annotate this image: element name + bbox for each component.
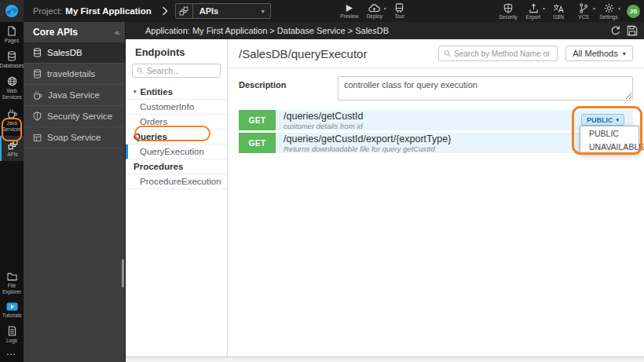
deploy-button[interactable]: Deploy ▾: [362, 0, 387, 22]
tour-button[interactable]: Tour: [387, 0, 412, 22]
caret-down-icon: ▾: [262, 8, 270, 15]
globe-icon: [7, 76, 17, 86]
user-avatar[interactable]: JS: [627, 5, 640, 18]
vcs-button[interactable]: VCS ▾: [571, 0, 596, 22]
i18n-button[interactable]: I18N: [546, 0, 571, 22]
rail-item-web-services[interactable]: Web Services: [0, 72, 24, 104]
endpoints-group-queries[interactable]: Queries: [126, 130, 227, 144]
core-apis-header: Core APIs «: [24, 22, 125, 42]
group-label: Procedures: [134, 162, 183, 171]
search-icon: [137, 67, 144, 75]
method-filter-dropdown[interactable]: All Methods ▾: [565, 46, 633, 61]
core-api-item-security-service[interactable]: Security Service: [24, 106, 125, 127]
access-level-dropdown[interactable]: PUBLIC ▾: [581, 114, 624, 126]
api-summary: customer details from id: [284, 122, 363, 130]
core-api-label: Java Service: [48, 90, 100, 100]
core-api-item-traveldetails[interactable]: traveldetails: [24, 64, 125, 85]
access-option-public[interactable]: PUBLIC: [580, 126, 639, 140]
endpoints-search-input[interactable]: [147, 66, 216, 75]
security-button[interactable]: Security: [496, 0, 521, 22]
endpoints-group-entities[interactable]: ▾ Entities: [126, 85, 227, 100]
rail-item-apis[interactable]: APIs: [0, 136, 24, 161]
endpoint-label: QueryExecution: [140, 147, 204, 156]
core-api-item-salesdb[interactable]: SalesDB: [24, 42, 125, 64]
soap-service-icon: [33, 133, 42, 142]
coffee-icon: [33, 90, 42, 100]
settings-button[interactable]: Settings ▾: [596, 0, 621, 22]
core-api-label: Security Service: [47, 112, 112, 121]
save-icon[interactable]: [627, 25, 638, 36]
apis-icon: [8, 140, 18, 150]
wavemaker-logo[interactable]: [0, 0, 24, 22]
folder-icon: [7, 272, 17, 281]
method-search-input[interactable]: [454, 49, 552, 58]
collapse-panel-icon[interactable]: «: [115, 27, 119, 37]
play-icon: [345, 4, 353, 13]
method-search[interactable]: [438, 46, 558, 61]
endpoint-label: CustomerInfo: [140, 102, 194, 112]
coffee-icon: [7, 108, 17, 119]
endpoints-search[interactable]: [132, 64, 221, 78]
api-path: /queries/getCustId/export/{exportType}: [284, 134, 451, 145]
preview-button[interactable]: Preview: [337, 0, 362, 22]
rail-label: File Explorer: [0, 283, 24, 295]
rail-label: Logs: [6, 338, 17, 344]
rail-label: Java Services: [0, 120, 24, 133]
rail-item-pages[interactable]: Pages: [0, 22, 24, 47]
gear-icon: [604, 3, 614, 13]
bus-icon: [394, 3, 404, 13]
rail-item-logs[interactable]: Logs: [0, 322, 24, 347]
api-row-getcustid-export[interactable]: GET /queries/getCustId/export/{exportTyp…: [239, 133, 633, 153]
main-header: /SalesDB/queryExecutor All Methods ▾: [228, 39, 644, 68]
access-option-unavailable[interactable]: UNAVAILABLE: [580, 140, 639, 153]
refresh-icon[interactable]: [610, 25, 621, 36]
core-apis-scrollbar[interactable]: [122, 259, 124, 287]
endpoint-item-customerinfo[interactable]: CustomerInfo: [126, 100, 227, 115]
core-api-item-soap-service[interactable]: Soap Service: [24, 127, 125, 148]
caret-down-icon: ▾: [134, 89, 137, 95]
rail-item-java-services[interactable]: Java Services: [0, 104, 24, 136]
core-apis-title: Core APIs: [33, 27, 78, 38]
endpoint-label: ProcedureExecution: [140, 177, 221, 186]
endpoints-group-procedures[interactable]: Procedures: [126, 159, 227, 174]
rail-label: Web Services: [0, 88, 24, 101]
endpoint-item-queryexecution[interactable]: QueryExecution: [126, 144, 227, 159]
mode-selector-label: APIs: [193, 6, 262, 16]
rail-overflow-icon[interactable]: •••: [7, 347, 16, 362]
api-row-getcustid[interactable]: GET /queries/getCustId customer details …: [239, 110, 633, 130]
api-path: /queries/getCustId: [284, 112, 363, 122]
endpoint-item-orders[interactable]: Orders: [126, 115, 227, 130]
http-method-badge: GET: [239, 133, 276, 153]
mode-selector-dropdown[interactable]: APIs ▾: [175, 3, 271, 19]
cloud-upload-icon: [368, 4, 380, 13]
tour-label: Tour: [394, 13, 404, 19]
core-api-item-java-service[interactable]: Java Service: [24, 85, 125, 106]
export-button[interactable]: Export ▾: [521, 0, 546, 22]
rail-label: APIs: [7, 152, 18, 158]
project-title: Project:My First Application: [33, 6, 152, 16]
caret-down-icon: ▾: [623, 50, 626, 57]
endpoints-panel: Endpoints ▾ Entities CustomerInfo Orders…: [126, 39, 228, 357]
logs-icon: [8, 326, 16, 336]
endpoint-item-procedureexecution[interactable]: ProcedureExecution: [126, 174, 227, 189]
description-label: Description: [239, 76, 338, 101]
settings-label: Settings: [599, 14, 618, 20]
rail-item-file-explorer[interactable]: File Explorer: [0, 269, 24, 298]
translate-icon: [553, 3, 564, 13]
http-method-badge: GET: [239, 110, 276, 130]
shield-icon: [503, 3, 513, 13]
export-icon: [529, 3, 539, 13]
i18n-label: I18N: [553, 14, 564, 20]
main-content: /SalesDB/queryExecutor All Methods ▾ Des…: [228, 39, 644, 357]
rail-item-tutorials[interactable]: Tutorials: [0, 298, 24, 322]
rail-item-databases[interactable]: Databases: [0, 47, 24, 72]
pages-icon: [7, 26, 16, 36]
description-input[interactable]: controller class for query execution: [338, 76, 633, 101]
api-summary: Returns downloadable file for query getC…: [284, 145, 451, 153]
database-icon: [7, 51, 16, 61]
core-api-label: Soap Service: [47, 133, 101, 142]
preview-label: Preview: [340, 13, 358, 19]
caret-down-icon: ▾: [543, 5, 545, 11]
topbar-actions: Preview Deploy ▾ Tour: [337, 0, 412, 22]
export-label: Export: [526, 14, 541, 20]
